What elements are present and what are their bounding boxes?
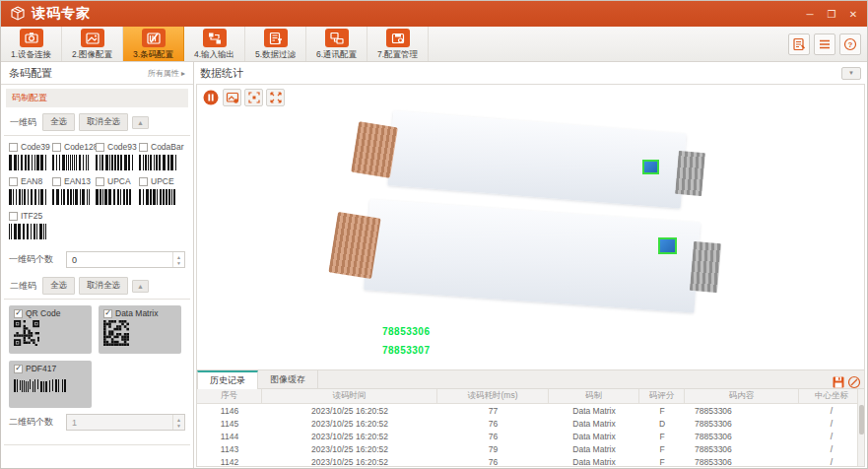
list-button[interactable] bbox=[814, 34, 835, 55]
barcode-name: Code39 bbox=[21, 142, 50, 152]
deselect-all-button[interactable]: 取消全选 bbox=[79, 113, 128, 131]
report-button[interactable] bbox=[788, 34, 810, 55]
tab-4.输入输出[interactable]: 4.输入输出 bbox=[184, 27, 245, 61]
checkbox[interactable] bbox=[9, 177, 18, 186]
viewer-toolbar bbox=[201, 89, 285, 106]
checkbox[interactable] bbox=[139, 143, 148, 152]
statistics-header: 数据统计 ▼ bbox=[194, 62, 867, 84]
barcode-option-ean8[interactable]: EAN8 bbox=[9, 176, 52, 205]
tab-7.配置管理[interactable]: 7.配置管理 bbox=[367, 27, 429, 61]
deselect-all-button[interactable]: 取消全选 bbox=[79, 277, 128, 295]
decode-results: 7885330678853307 bbox=[382, 326, 431, 356]
checkbox[interactable]: ✓ bbox=[103, 309, 112, 318]
tab-2.图像配置[interactable]: 2.图像配置 bbox=[62, 27, 123, 61]
history-tab-1[interactable]: 图像缓存 bbox=[258, 370, 318, 389]
table-cell: F bbox=[639, 430, 685, 442]
maximize-button[interactable]: ❐ bbox=[826, 9, 837, 20]
checkbox[interactable]: ✓ bbox=[14, 309, 23, 318]
titlebar: 读码专家 ─ ❐ ✕ bbox=[1, 1, 867, 27]
table-cell: F bbox=[639, 404, 685, 417]
barcode-sample-image bbox=[14, 379, 87, 392]
table-cell: F bbox=[639, 455, 685, 466]
barcode-option-code128[interactable]: Code128 bbox=[52, 142, 96, 170]
barcode-option-upce[interactable]: UPCE bbox=[139, 176, 182, 205]
scrollbar-thumb[interactable] bbox=[859, 405, 864, 435]
table-row[interactable]: 11432023/10/25 16:20:5279Data MatrixF788… bbox=[197, 442, 864, 455]
history-section: 历史记录图像缓存 序号读码时间读码耗时(ms)码制码评分码内容中心坐标 1146… bbox=[196, 370, 865, 467]
table-row[interactable]: 11462023/10/25 16:20:5277Data MatrixF788… bbox=[197, 404, 864, 417]
table-cell: 78853306 bbox=[685, 442, 799, 455]
barcode-name: Code93 bbox=[107, 142, 137, 152]
checkbox[interactable] bbox=[96, 177, 104, 186]
barcode-option-ean13[interactable]: EAN13 bbox=[52, 176, 96, 205]
barcode-option-code39[interactable]: Code39 bbox=[9, 142, 52, 170]
silver-tab-bottom bbox=[690, 241, 721, 293]
tab-label: 3.条码配置 bbox=[133, 49, 173, 61]
help-icon: ? bbox=[842, 36, 858, 52]
spinner-arrows[interactable]: ▲▼ bbox=[172, 252, 184, 267]
pause-button[interactable] bbox=[201, 89, 220, 106]
barcode-option-upca[interactable]: UPCA bbox=[96, 176, 139, 205]
select-all-button[interactable]: 全选 bbox=[42, 113, 75, 131]
barcode-sample-image bbox=[139, 189, 176, 205]
collapse-group-button[interactable]: ▲ bbox=[132, 116, 149, 129]
barcode-option-pdf417[interactable]: ✓PDF417 bbox=[9, 361, 92, 408]
table-cell: 78853306 bbox=[685, 404, 799, 417]
tab-3.条码配置[interactable]: 3.条码配置 bbox=[123, 27, 184, 61]
clear-button[interactable] bbox=[847, 375, 860, 388]
image-settings-icon bbox=[225, 90, 240, 105]
count-row-2d: 二维码个数1▲▼ bbox=[1, 410, 193, 436]
table-scrollbar[interactable] bbox=[857, 389, 864, 466]
minimize-button[interactable]: ─ bbox=[804, 9, 816, 20]
collapse-panel-button[interactable]: ▼ bbox=[841, 67, 861, 80]
table-row[interactable]: 11422023/10/25 16:20:5276Data MatrixF788… bbox=[197, 455, 864, 466]
table-row[interactable]: 11442023/10/25 16:20:5276Data MatrixF788… bbox=[197, 430, 864, 442]
statistics-title: 数据统计 bbox=[200, 66, 243, 81]
count-spinner-2d[interactable]: 1▲▼ bbox=[66, 414, 185, 431]
section-header: 码制配置 bbox=[6, 89, 188, 107]
table-row[interactable]: 11452023/10/25 16:20:5276Data MatrixD788… bbox=[197, 417, 864, 430]
save-button[interactable] bbox=[832, 375, 844, 388]
image-settings-button[interactable] bbox=[223, 89, 241, 106]
tab-5.数据过滤[interactable]: 5.数据过滤 bbox=[245, 27, 306, 61]
table-cell: D bbox=[639, 417, 685, 430]
barcode-option-qr-code[interactable]: ✓QR Code bbox=[9, 305, 92, 354]
barcode-option-codabar[interactable]: CodaBar bbox=[139, 142, 182, 170]
tab-6.通讯配置[interactable]: 6.通讯配置 bbox=[306, 27, 367, 61]
spinner-arrows[interactable]: ▲▼ bbox=[172, 415, 184, 430]
decode-result-text: 78853307 bbox=[382, 345, 431, 356]
close-button[interactable]: ✕ bbox=[847, 9, 859, 20]
count-spinner-1d[interactable]: 0▲▼ bbox=[66, 251, 185, 268]
checkbox[interactable] bbox=[52, 143, 61, 152]
image-icon bbox=[81, 29, 104, 47]
table-cell: F bbox=[639, 442, 685, 455]
barcode-name: UPCA bbox=[107, 176, 131, 186]
table-cell: 77 bbox=[437, 404, 549, 417]
config-icon bbox=[386, 29, 410, 47]
table-cell: 78853306 bbox=[685, 455, 799, 466]
all-properties-link[interactable]: 所有属性 ▸ bbox=[148, 68, 185, 79]
barcode-option-data-matrix[interactable]: ✓Data Matrix bbox=[99, 305, 181, 354]
camera-icon bbox=[20, 29, 43, 47]
checkbox[interactable] bbox=[96, 143, 104, 152]
history-tabbar: 历史记录图像缓存 bbox=[197, 370, 864, 389]
checkbox[interactable] bbox=[139, 177, 148, 186]
history-tab-0[interactable]: 历史记录 bbox=[197, 370, 258, 389]
checkbox[interactable] bbox=[9, 143, 18, 152]
checkbox[interactable] bbox=[9, 212, 18, 221]
tab-1.设备连接[interactable]: 1.设备连接 bbox=[1, 27, 62, 61]
table-cell: 78853306 bbox=[685, 430, 799, 442]
barcode-option-code93[interactable]: Code93 bbox=[96, 142, 139, 170]
collapse-group-button[interactable]: ▲ bbox=[132, 280, 149, 293]
select-all-button[interactable]: 全选 bbox=[42, 277, 75, 295]
barcode-option-itf25[interactable]: ITF25 bbox=[9, 211, 52, 239]
fit-view-button[interactable] bbox=[244, 89, 263, 106]
checkbox[interactable]: ✓ bbox=[14, 365, 23, 373]
main-area: 条码配置 所有属性 ▸ 码制配置 一维码全选取消全选▲Code39Code128… bbox=[1, 62, 867, 468]
table-cell: Data Matrix bbox=[549, 442, 639, 455]
help-button[interactable]: ? bbox=[839, 34, 861, 55]
checkbox[interactable] bbox=[52, 177, 61, 186]
fullscreen-button[interactable] bbox=[266, 89, 285, 106]
image-viewer[interactable]: 7885330678853307 bbox=[196, 84, 865, 370]
filter-icon bbox=[264, 29, 288, 47]
